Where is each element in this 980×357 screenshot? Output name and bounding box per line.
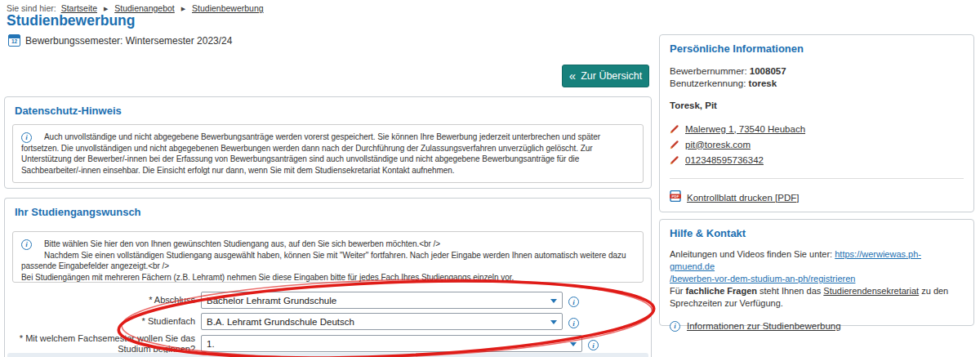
svg-text:PDF: PDF <box>672 194 679 199</box>
breadcrumb-arrow-icon: ▶ <box>181 6 185 11</box>
datenschutz-infobox: i Auch unvollständige und nicht abgegebe… <box>12 124 644 183</box>
edit-pencil-icon[interactable] <box>670 155 679 165</box>
info-line: Nachdem Sie einen vollständigen Studieng… <box>21 250 635 272</box>
kontrollblatt-row: PDF Kontrollblatt drucken [PDF] <box>660 190 973 205</box>
info-line: Bei Studiengängen mit mehreren Fächern (… <box>21 272 635 283</box>
next-section-edge <box>7 353 648 357</box>
informationen-row: i Informationen zur Studienbewerbung <box>660 320 973 332</box>
datenschutz-text: Auch unvollständige und nicht abgegebene… <box>21 132 635 176</box>
studienfach-value: B.A. Lehramt Grundschule Deutsch <box>207 317 354 327</box>
studienbewerbung-page: Sie sind hier: Startseite ▶ Studienangeb… <box>0 0 980 357</box>
breadcrumb-link-studienbewerbung[interactable]: Studienbewerbung <box>192 3 264 13</box>
studienfach-info-icon[interactable]: i <box>568 315 579 329</box>
studiengangswunsch-title: Ihr Studiengangswunsch <box>5 199 651 218</box>
hilfe-text: Anleitungen und Videos finden Sie unter:… <box>660 248 973 310</box>
fachsemester-label: * Mit welchem Fachsemester wollen Sie da… <box>5 333 201 354</box>
hilfe-kontakt-panel: Hilfe & Kontakt Anleitungen und Videos f… <box>659 219 974 326</box>
fachsemester-value: 1. <box>207 339 215 349</box>
chevron-down-icon <box>550 299 557 303</box>
applicant-name: Toresk, Pit <box>660 100 973 110</box>
hilfe-kontakt-title: Hilfe & Kontakt <box>660 220 973 239</box>
benutzerkennung-label: Benutzerkennung: <box>670 78 746 88</box>
bewerbernummer-value: 1008057 <box>750 66 786 76</box>
datenschutz-panel: Datenschutz-Hinweis i Auch unvollständig… <box>4 96 652 189</box>
address-row: Malerweg 1, 73540 Heubach <box>660 121 973 136</box>
abschluss-label: * Abschluss <box>5 295 201 306</box>
form-row-fachsemester: * Mit welchem Fachsemester wollen Sie da… <box>5 333 599 354</box>
form-row-studienfach: * Studienfach B.A. Lehramt Grundschule D… <box>5 313 579 330</box>
abschluss-value: Bachelor Lehramt Grundschule <box>207 296 336 306</box>
abschluss-info-icon[interactable]: i <box>568 293 579 308</box>
address-link[interactable]: Malerweg 1, 73540 Heubach <box>685 124 805 134</box>
anleitungen-url-link[interactable]: /bewerben-vor-dem-studium-an-ph/registri… <box>670 274 855 283</box>
informationen-studienbewerbung-link[interactable]: Informationen zur Studienbewerbung <box>687 321 841 331</box>
edit-pencil-icon[interactable] <box>670 124 679 134</box>
benutzerkennung-row: Benutzerkennung: toresk <box>660 78 973 90</box>
divider <box>670 178 964 179</box>
studienfach-label: * Studienfach <box>5 316 201 327</box>
calendar-icon: 12 <box>8 34 20 47</box>
fachsemester-info-icon[interactable]: i <box>588 337 599 351</box>
email-link[interactable]: pit@toresk.com <box>685 140 751 149</box>
studiengangswunsch-panel: Ihr Studiengangswunsch i Bitte wählen Si… <box>4 198 652 357</box>
page-title: Studienbewerbung <box>7 12 136 29</box>
breadcrumb-arrow-icon: ▶ <box>104 6 108 11</box>
studienfach-select[interactable]: B.A. Lehramt Grundschule Deutsch <box>201 313 563 330</box>
datenschutz-title: Datenschutz-Hinweis <box>5 97 651 117</box>
phone-row: 012348595736342 <box>660 152 973 167</box>
bewerbernummer-row: Bewerbernummer: 1008057 <box>660 65 973 78</box>
studiengangswunsch-infobox: i Bitte wählen Sie hier den von Ihnen ge… <box>12 231 644 283</box>
chevron-down-icon <box>570 342 577 346</box>
kontakt-text-bold: fachliche Fragen <box>686 286 757 296</box>
hilfe-intro: Anleitungen und Videos finden Sie unter: <box>670 249 832 259</box>
persoenliche-informationen-panel: Persönliche Informationen Bewerbernummer… <box>659 34 974 212</box>
kontakt-text-mid: steht Ihnen das <box>760 286 821 296</box>
info-icon: i <box>21 132 32 143</box>
kontakt-text-prefix: Für <box>670 286 684 296</box>
semester-row: 12 Bewerbungssemester: Wintersemester 20… <box>8 34 232 47</box>
pdf-icon: PDF <box>670 190 681 205</box>
zur-uebersicht-button[interactable]: « Zur Übersicht <box>562 65 649 87</box>
studierendensekretariat-link[interactable]: Studierendensekretariat <box>823 286 919 296</box>
email-row: pit@toresk.com <box>660 136 973 152</box>
fachsemester-select[interactable]: 1. <box>201 335 582 352</box>
info-line: Bitte wählen Sie hier den von Ihnen gewü… <box>21 239 635 250</box>
chevron-down-icon <box>550 320 557 324</box>
semester-label: Bewerbungssemester: Wintersemester 2023/… <box>25 35 232 47</box>
benutzerkennung-value: toresk <box>749 78 777 88</box>
info-icon: i <box>670 320 680 332</box>
kontrollblatt-drucken-link[interactable]: Kontrollblatt drucken [PDF] <box>687 193 799 203</box>
edit-pencil-icon[interactable] <box>670 140 679 149</box>
abschluss-select[interactable]: Bachelor Lehramt Grundschule <box>201 292 563 309</box>
zur-uebersicht-label: Zur Übersicht <box>581 70 642 82</box>
bewerbernummer-label: Bewerbernummer: <box>670 66 747 76</box>
form-row-abschluss: * Abschluss Bachelor Lehramt Grundschule… <box>5 292 579 309</box>
phone-link[interactable]: 012348595736342 <box>685 155 764 165</box>
info-icon: i <box>21 239 32 250</box>
double-chevron-left-icon: « <box>569 69 576 82</box>
persoenliche-informationen-title: Persönliche Informationen <box>660 35 973 55</box>
